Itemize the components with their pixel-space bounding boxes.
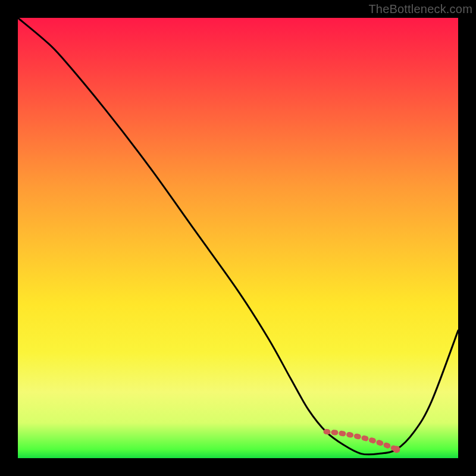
flat-region-end-dot	[393, 446, 400, 453]
chart-frame: TheBottleneck.com	[0, 0, 476, 476]
curve-layer	[18, 18, 458, 458]
bottleneck-curve	[18, 18, 458, 455]
attribution-label: TheBottleneck.com	[368, 2, 472, 16]
plot-area	[18, 18, 458, 458]
